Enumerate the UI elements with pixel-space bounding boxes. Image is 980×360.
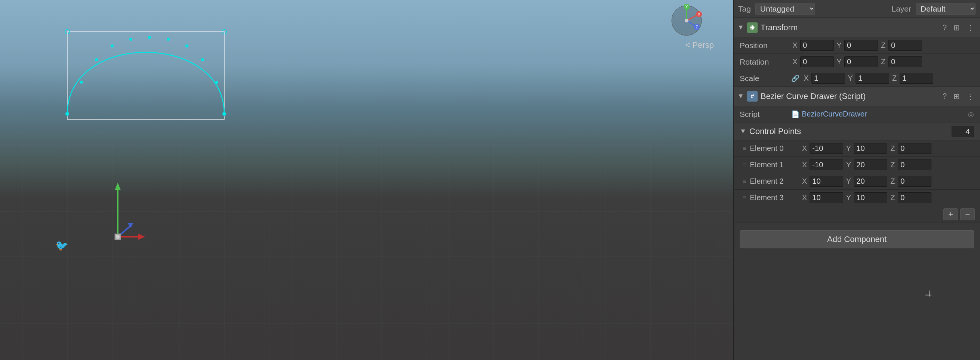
elem-z-3[interactable] — [898, 192, 931, 203]
script-section-header[interactable]: ▼ # Bezier Curve Drawer (Script) ? ⊞ ⋮ — [734, 87, 980, 106]
viewport[interactable]: Y X Z < Persp 🐦 — [0, 0, 733, 360]
elem-z-lbl-2: Z — [889, 177, 896, 186]
add-component-button[interactable]: Add Component — [740, 230, 974, 248]
scene-gizmo[interactable]: Y X Z — [670, 4, 703, 37]
scale-y-input[interactable] — [856, 73, 889, 84]
position-xyz: X Y Z — [791, 40, 974, 51]
control-points-header[interactable]: ▼ Control Points — [734, 122, 980, 140]
script-row: Script 📄 BezierCurveDrawer ◎ — [734, 106, 980, 122]
elem-z-lbl-0: Z — [889, 144, 896, 153]
position-z-input[interactable] — [888, 40, 922, 51]
elem-drag-3: ≡ — [743, 195, 746, 201]
transform-title: Transform — [760, 23, 937, 32]
position-x-input[interactable] — [800, 40, 834, 51]
elem-x-0[interactable] — [810, 143, 843, 154]
transform-collapse-arrow[interactable]: ▼ — [737, 24, 744, 32]
rotation-label: Rotation — [740, 57, 788, 67]
script-settings-btn[interactable]: ⊞ — [951, 91, 962, 101]
control-points-arrow[interactable]: ▼ — [740, 127, 746, 135]
remove-element-btn[interactable]: − — [960, 208, 975, 220]
elem-z-2[interactable] — [898, 176, 931, 187]
rotation-x-input[interactable] — [800, 56, 834, 67]
script-field-value[interactable]: 📄 BezierCurveDrawer ◎ — [791, 110, 974, 118]
elem-y-2[interactable] — [854, 176, 887, 187]
scale-label: Scale — [740, 74, 788, 83]
control-points-count-input[interactable] — [951, 126, 974, 137]
elem-y-1[interactable] — [854, 159, 887, 170]
position-y-label: Y — [835, 41, 843, 50]
transform-help-btn[interactable]: ? — [940, 22, 949, 33]
svg-point-3 — [80, 81, 83, 84]
elem-y-0[interactable] — [854, 143, 887, 154]
elem-label-1: Element 1 — [750, 160, 799, 169]
script-more-btn[interactable]: ⋮ — [964, 91, 976, 101]
scale-z-label: Z — [891, 74, 898, 82]
add-element-btn[interactable]: + — [943, 208, 958, 220]
position-x-label: X — [791, 41, 799, 50]
elem-x-lbl-0: X — [800, 144, 808, 153]
elem-drag-1: ≡ — [743, 162, 746, 168]
inspector-panel: Tag Untagged Layer Default ▼ ⊕ Transform… — [733, 0, 980, 360]
layer-select[interactable]: Default — [916, 3, 975, 14]
control-points-label: Control Points — [749, 127, 948, 136]
elem-x-3[interactable] — [810, 192, 843, 203]
add-remove-row: + − — [734, 206, 980, 223]
svg-point-8 — [167, 38, 170, 41]
floor-grid — [0, 144, 733, 360]
elem-y-lbl-3: Y — [845, 193, 852, 202]
rotation-z-label: Z — [880, 57, 887, 66]
elem-label-2: Element 2 — [750, 177, 799, 186]
elem-z-lbl-1: Z — [889, 160, 896, 169]
scale-x-input[interactable] — [811, 73, 845, 84]
elem-x-2[interactable] — [810, 176, 843, 187]
script-collapse-arrow[interactable]: ▼ — [737, 92, 744, 100]
transform-settings-btn[interactable]: ⊞ — [951, 22, 962, 33]
rotation-z-input[interactable] — [888, 56, 922, 67]
svg-text:X: X — [698, 12, 700, 16]
bird-icon: 🐦 — [55, 239, 68, 252]
svg-text:Z: Z — [695, 25, 698, 29]
transform-more-btn[interactable]: ⋮ — [964, 22, 976, 33]
element-row-3: ≡ Element 3 X Y Z — [734, 190, 980, 206]
scale-lock-icon[interactable]: 🔗 — [791, 74, 799, 82]
script-section-buttons: ? ⊞ ⋮ — [940, 91, 976, 101]
svg-point-9 — [185, 44, 188, 48]
elem-y-3[interactable] — [854, 192, 887, 203]
svg-point-10 — [201, 58, 204, 61]
element-list: ≡ Element 0 X Y Z ≡ Element 1 X Y Z — [734, 140, 980, 206]
svg-point-6 — [129, 38, 132, 41]
elem-y-lbl-2: Y — [845, 177, 852, 186]
script-help-btn[interactable]: ? — [940, 91, 949, 101]
scale-z-input[interactable] — [900, 73, 933, 84]
script-target-btn[interactable]: ◎ — [968, 110, 974, 118]
svg-point-22 — [116, 235, 120, 239]
position-label: Position — [740, 41, 788, 50]
scale-row: Scale 🔗 X Y Z — [734, 70, 980, 87]
rotation-y-label: Y — [835, 57, 843, 66]
svg-point-33 — [685, 19, 689, 22]
move-gizmo[interactable] — [97, 177, 146, 244]
transform-section-buttons: ? ⊞ ⋮ — [940, 22, 976, 33]
svg-text:Y: Y — [686, 5, 688, 9]
elem-z-1[interactable] — [898, 159, 931, 170]
elem-y-lbl-0: Y — [845, 144, 852, 153]
elem-x-lbl-1: X — [800, 160, 808, 169]
persp-label: < Persp — [686, 40, 714, 50]
elem-z-0[interactable] — [898, 143, 931, 154]
elem-drag-0: ≡ — [743, 145, 746, 152]
top-bar: Tag Untagged Layer Default — [734, 0, 980, 18]
transform-icon: ⊕ — [747, 22, 757, 33]
svg-point-12 — [223, 112, 226, 116]
element-row-0: ≡ Element 0 X Y Z — [734, 140, 980, 157]
elem-x-1[interactable] — [810, 159, 843, 170]
element-row-2: ≡ Element 2 X Y Z — [734, 173, 980, 190]
position-y-input[interactable] — [844, 40, 878, 51]
tag-select[interactable]: Untagged — [756, 3, 815, 14]
transform-section-header[interactable]: ▼ ⊕ Transform ? ⊞ ⋮ — [734, 18, 980, 37]
script-title: Bezier Curve Drawer (Script) — [760, 92, 937, 101]
scale-x-label: X — [802, 74, 810, 82]
mouse-cursor — [928, 293, 931, 297]
rotation-y-input[interactable] — [844, 56, 878, 67]
svg-point-4 — [95, 58, 98, 61]
svg-marker-16 — [115, 182, 121, 190]
